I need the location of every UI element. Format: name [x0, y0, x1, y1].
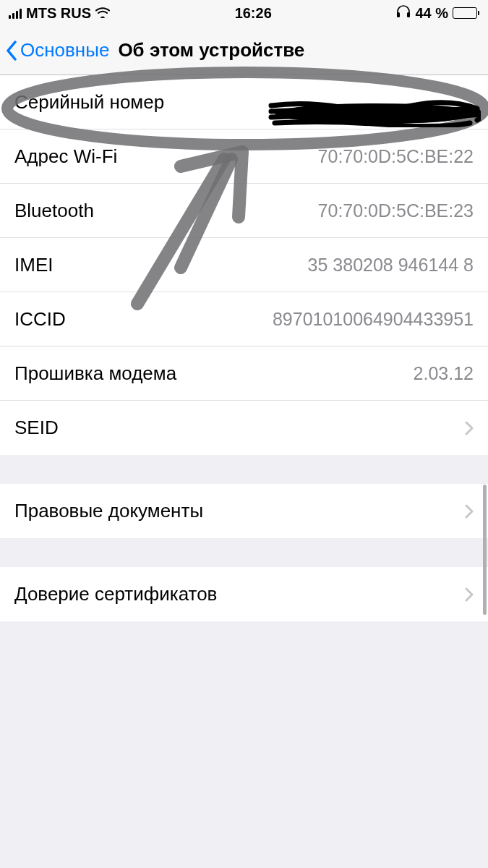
row-value: 2.03.12 — [414, 363, 474, 384]
battery-percent: 44 % — [415, 5, 448, 22]
row-label: Доверие сертификатов — [14, 583, 217, 605]
chevron-right-icon — [465, 504, 474, 519]
row-value: 35 380208 946144 8 — [308, 255, 474, 276]
settings-group-certificates: Доверие сертификатов — [0, 567, 488, 621]
row-label: ICCID — [14, 308, 66, 331]
row-seid[interactable]: SEID — [0, 401, 488, 455]
settings-group-device-info: Серийный номер Адрес Wi-Fi 70:70:0D:5C:B… — [0, 75, 488, 455]
settings-group-legal: Правовые документы — [0, 484, 488, 538]
status-left: MTS RUS — [9, 5, 110, 22]
wifi-icon — [95, 5, 110, 22]
carrier-label: MTS RUS — [26, 5, 91, 22]
serial-redaction — [267, 100, 481, 127]
cellular-signal-icon — [9, 7, 22, 19]
navigation-bar: Основные Об этом устройстве — [0, 26, 488, 75]
row-value: 89701010064904433951 — [273, 309, 474, 330]
row-bluetooth[interactable]: Bluetooth 70:70:0D:5C:BE:23 — [0, 184, 488, 238]
headphones-icon — [396, 5, 411, 22]
scrollbar[interactable] — [483, 485, 487, 615]
chevron-right-icon — [465, 421, 474, 435]
svg-point-3 — [275, 103, 477, 124]
row-label: IMEI — [14, 254, 53, 276]
row-iccid[interactable]: ICCID 89701010064904433951 — [0, 292, 488, 346]
back-button[interactable]: Основные — [6, 39, 109, 61]
row-label: Прошивка модема — [14, 362, 176, 385]
row-label: Серийный номер — [14, 91, 164, 114]
row-value: 70:70:0D:5C:BE:23 — [318, 200, 474, 221]
row-label: Адрес Wi-Fi — [14, 145, 117, 168]
status-bar: MTS RUS 16:26 44 % — [0, 0, 488, 26]
chevron-left-icon — [6, 41, 17, 61]
svg-rect-1 — [407, 12, 410, 17]
row-wifi-address[interactable]: Адрес Wi-Fi 70:70:0D:5C:BE:22 — [0, 129, 488, 184]
svg-rect-0 — [397, 12, 400, 17]
row-label: Правовые документы — [14, 500, 203, 522]
row-label: Bluetooth — [14, 200, 94, 222]
battery-icon — [453, 7, 479, 19]
row-label: SEID — [14, 417, 59, 439]
row-legal[interactable]: Правовые документы — [0, 484, 488, 538]
row-modem-firmware[interactable]: Прошивка модема 2.03.12 — [0, 346, 488, 401]
back-label: Основные — [20, 39, 109, 61]
row-certificate-trust[interactable]: Доверие сертификатов — [0, 567, 488, 621]
status-time: 16:26 — [235, 5, 272, 22]
status-right: 44 % — [396, 5, 479, 22]
chevron-right-icon — [465, 587, 474, 602]
row-imei[interactable]: IMEI 35 380208 946144 8 — [0, 238, 488, 292]
page-title: Об этом устройстве — [118, 39, 304, 61]
row-value: 70:70:0D:5C:BE:22 — [318, 146, 474, 167]
